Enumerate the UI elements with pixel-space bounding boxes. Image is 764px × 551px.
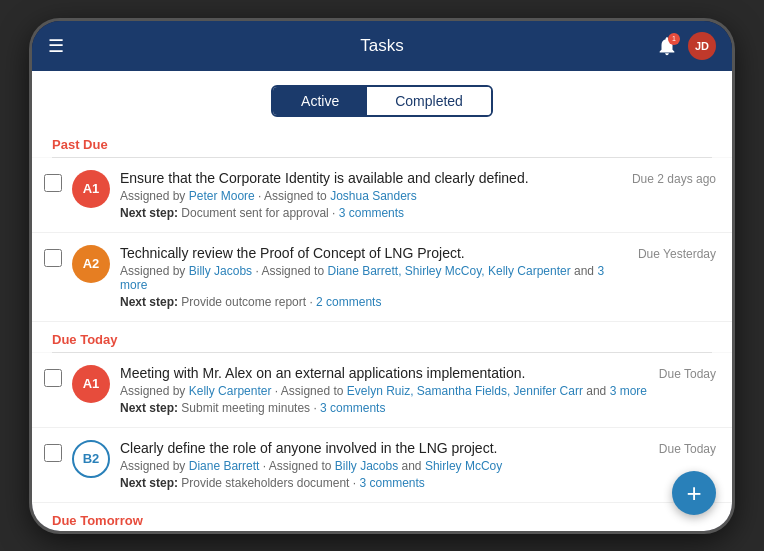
task-checkbox-4[interactable] — [44, 444, 62, 462]
task-content-1: Ensure that the Corporate Identity is av… — [120, 170, 622, 220]
app-content: Active Completed Past Due A1 Ensure that… — [32, 71, 732, 531]
task-right-4: Due Today — [659, 440, 716, 460]
hamburger-icon[interactable]: ☰ — [48, 37, 64, 55]
section-due-today-header: Due Today — [32, 322, 732, 352]
task-assigned-by-4[interactable]: Diane Barrett — [189, 459, 260, 473]
table-row: B2 Clearly define the role of anyone inv… — [32, 428, 732, 503]
section-due-tomorrow-header: Due Tomorrow — [32, 503, 732, 531]
task-avatar-4: B2 — [72, 440, 110, 478]
tab-active[interactable]: Active — [273, 87, 367, 115]
task-checkbox-3[interactable] — [44, 369, 62, 387]
next-step-label-3: Next step: — [120, 401, 178, 415]
tablet-frame: ☰ Tasks 1 JD Active Completed Past Due — [32, 21, 732, 531]
section-title-due-today: Due Today — [52, 332, 118, 347]
task-next-step-1: Next step: Document sent for approval · … — [120, 206, 622, 220]
task-title-1: Ensure that the Corporate Identity is av… — [120, 170, 622, 186]
notification-button[interactable]: 1 — [656, 35, 678, 57]
tab-completed[interactable]: Completed — [367, 87, 491, 115]
task-checkbox-2[interactable] — [44, 249, 62, 267]
next-step-label-2: Next step: — [120, 295, 178, 309]
task-next-step-3: Next step: Submit meeting minutes · 3 co… — [120, 401, 649, 415]
table-row: A2 Technically review the Proof of Conce… — [32, 233, 732, 322]
section-past-due-header: Past Due — [32, 127, 732, 157]
tab-group: Active Completed — [271, 85, 493, 117]
task-meta-2: Assigned by Billy Jacobs · Assigned to D… — [120, 264, 628, 292]
task-meta-4: Assigned by Diane Barrett · Assigned to … — [120, 459, 649, 473]
task-content-3: Meeting with Mr. Alex on an external app… — [120, 365, 649, 415]
task-assigned-to-1[interactable]: Joshua Sanders — [330, 189, 417, 203]
table-row: A1 Meeting with Mr. Alex on an external … — [32, 353, 732, 428]
task-avatar-3: A1 — [72, 365, 110, 403]
page-title: Tasks — [360, 36, 403, 56]
task-comments-1[interactable]: 3 comments — [339, 206, 404, 220]
header-left: ☰ — [48, 37, 64, 55]
task-right-1: Due 2 days ago — [632, 170, 716, 190]
add-task-button[interactable]: + — [672, 471, 716, 515]
task-assigned-by-2[interactable]: Billy Jacobs — [189, 264, 252, 278]
app-header: ☰ Tasks 1 JD — [32, 21, 732, 71]
task-due-2: Due Yesterday — [638, 247, 716, 265]
task-avatar-2: A2 — [72, 245, 110, 283]
tab-switcher: Active Completed — [32, 71, 732, 127]
task-content-4: Clearly define the role of anyone involv… — [120, 440, 649, 490]
task-assigned-by-1[interactable]: Peter Moore — [189, 189, 255, 203]
task-title-2: Technically review the Proof of Concept … — [120, 245, 628, 261]
header-right: 1 JD — [656, 32, 716, 60]
task-due-4: Due Today — [659, 442, 716, 460]
task-assigned-to-4[interactable]: Billy Jacobs — [335, 459, 398, 473]
task-assigned-more-3[interactable]: 3 more — [610, 384, 647, 398]
table-row: A1 Ensure that the Corporate Identity is… — [32, 158, 732, 233]
task-comments-3[interactable]: 3 comments — [320, 401, 385, 415]
task-content-2: Technically review the Proof of Concept … — [120, 245, 628, 309]
task-assigned-to-4b[interactable]: Shirley McCoy — [425, 459, 502, 473]
task-assigned-by-3[interactable]: Kelly Carpenter — [189, 384, 272, 398]
task-due-3: Due Today — [659, 367, 716, 385]
section-title-past-due: Past Due — [52, 137, 108, 152]
task-assigned-to-2[interactable]: Diane Barrett, Shirley McCoy, Kelly Carp… — [327, 264, 570, 278]
task-meta-3: Assigned by Kelly Carpenter · Assigned t… — [120, 384, 649, 398]
task-comments-4[interactable]: 3 comments — [359, 476, 424, 490]
notification-badge: 1 — [668, 33, 680, 45]
avatar[interactable]: JD — [688, 32, 716, 60]
task-assigned-to-3[interactable]: Evelyn Ruiz, Samantha Fields, Jennifer C… — [347, 384, 583, 398]
next-step-label-1: Next step: — [120, 206, 178, 220]
task-next-step-4: Next step: Provide stakeholders document… — [120, 476, 649, 490]
task-title-3: Meeting with Mr. Alex on an external app… — [120, 365, 649, 381]
next-step-label-4: Next step: — [120, 476, 178, 490]
section-title-due-tomorrow: Due Tomorrow — [52, 513, 143, 528]
task-right-3: Due Today — [659, 365, 716, 385]
task-avatar-1: A1 — [72, 170, 110, 208]
task-title-4: Clearly define the role of anyone involv… — [120, 440, 649, 456]
task-comments-2[interactable]: 2 comments — [316, 295, 381, 309]
task-meta-1: Assigned by Peter Moore · Assigned to Jo… — [120, 189, 622, 203]
task-right-2: Due Yesterday — [638, 245, 716, 265]
task-next-step-2: Next step: Provide outcome report · 2 co… — [120, 295, 628, 309]
task-checkbox-1[interactable] — [44, 174, 62, 192]
task-due-1: Due 2 days ago — [632, 172, 716, 190]
